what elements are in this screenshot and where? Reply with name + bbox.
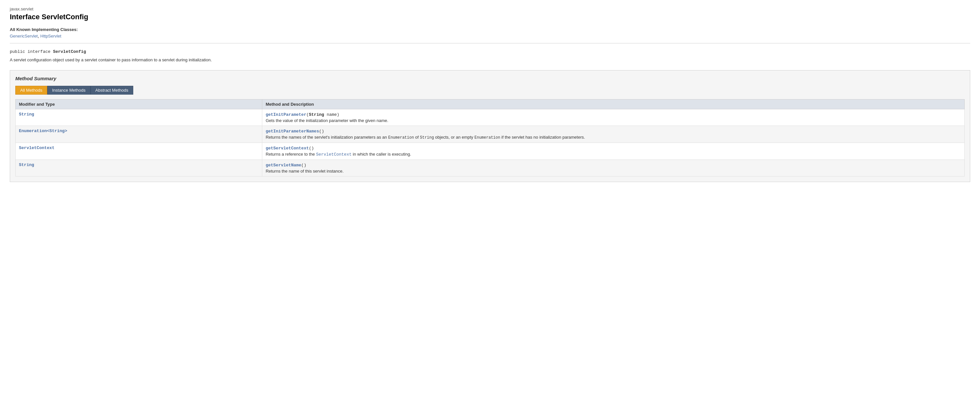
type-cell: Enumeration<String> [16, 126, 262, 143]
type-servletcontext-link[interactable]: ServletContext [19, 145, 54, 150]
method-description: Returns a reference to the ServletContex… [266, 152, 961, 157]
type-string-link[interactable]: String [19, 112, 34, 117]
signature-prefix: public interface [10, 49, 53, 54]
inline-enumeration: Enumeration [388, 135, 414, 140]
methods-table: Modifier and Type Method and Description… [15, 99, 965, 176]
method-params: () [319, 129, 324, 134]
table-row: String getInitParameter(String name) Get… [16, 109, 965, 126]
instance-methods-button[interactable]: Instance Methods [47, 86, 91, 94]
interface-signature: public interface ServletConfig [10, 49, 970, 54]
abstract-methods-button[interactable]: Abstract Methods [91, 86, 133, 94]
inline-servletcontext-link[interactable]: ServletContext [316, 152, 352, 157]
inline-string: String [420, 135, 434, 140]
type-cell: ServletContext [16, 143, 262, 160]
method-cell: getInitParameterNames() Returns the name… [262, 126, 965, 143]
table-row: String getServletName() Returns the name… [16, 160, 965, 176]
method-description: Gets the value of the initialization par… [266, 118, 961, 123]
method-cell: getInitParameter(String name) Gets the v… [262, 109, 965, 126]
implementing-class-genericservlet[interactable]: GenericServlet [10, 34, 38, 38]
method-params: (String name) [306, 112, 339, 117]
implementing-classes-section: All Known Implementing Classes: GenericS… [10, 27, 970, 38]
method-link-getinitparameternames[interactable]: getInitParameterNames [266, 129, 319, 134]
method-cell: getServletContext() Returns a reference … [262, 143, 965, 160]
method-summary-title: Method Summary [15, 76, 965, 81]
interface-description: A servlet configuration object used by a… [10, 58, 970, 62]
table-header-row: Modifier and Type Method and Description [16, 99, 965, 109]
method-link-getservletname[interactable]: getServletName [266, 163, 301, 168]
col-modifier-type: Modifier and Type [16, 99, 262, 109]
method-params: () [309, 146, 314, 151]
table-row: ServletContext getServletContext() Retur… [16, 143, 965, 160]
method-link-getservletcontext[interactable]: getServletContext [266, 146, 309, 151]
section-divider [10, 43, 970, 43]
type-cell: String [16, 160, 262, 176]
signature-name: ServletConfig [53, 49, 86, 54]
page-title: Interface ServletConfig [10, 13, 970, 21]
method-signature: getInitParameter(String name) [266, 112, 961, 117]
method-params: () [301, 163, 307, 168]
method-description: Returns the name of this servlet instanc… [266, 169, 961, 174]
type-enumeration-link[interactable]: Enumeration<String> [19, 128, 67, 133]
implementing-links: GenericServlet, HttpServlet [10, 33, 970, 38]
type-string-link-2[interactable]: String [19, 163, 34, 167]
package-name: javax.servlet [10, 6, 970, 11]
table-row: Enumeration<String> getInitParameterName… [16, 126, 965, 143]
implementing-class-httpservlet[interactable]: HttpServlet [40, 34, 61, 38]
inline-enumeration-2: Enumeration [474, 135, 500, 140]
method-signature: getServletName() [266, 163, 961, 168]
method-description: Returns the names of the servlet's initi… [266, 135, 961, 140]
type-cell: String [16, 109, 262, 126]
method-cell: getServletName() Returns the name of thi… [262, 160, 965, 176]
col-method-desc: Method and Description [262, 99, 965, 109]
filter-buttons: All Methods Instance Methods Abstract Me… [15, 86, 965, 94]
method-signature: getInitParameterNames() [266, 128, 961, 134]
method-signature: getServletContext() [266, 145, 961, 151]
implementing-label: All Known Implementing Classes: [10, 27, 970, 32]
method-summary-section: Method Summary All Methods Instance Meth… [10, 70, 970, 182]
method-link-getinitparameter[interactable]: getInitParameter [266, 112, 306, 117]
all-methods-button[interactable]: All Methods [15, 86, 47, 94]
